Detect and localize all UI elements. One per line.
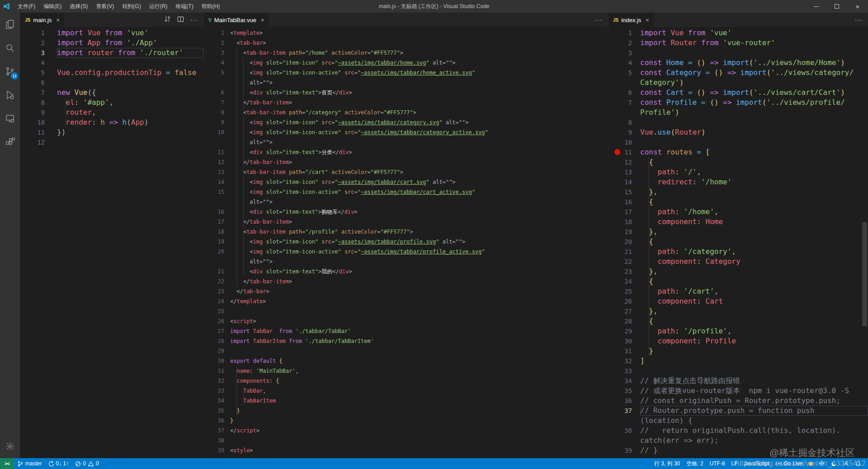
- tab-close-icon[interactable]: ×: [261, 17, 264, 23]
- code-row: 5 <img slot="item-icon-active" src="~ass…: [204, 68, 608, 78]
- code-row: 32]: [609, 356, 868, 366]
- code-row: 21 path: '/category',: [609, 247, 868, 257]
- menu-view[interactable]: 查看(V): [92, 0, 118, 13]
- person-icon[interactable]: [840, 458, 852, 469]
- code-row: 2 <tab-bar>: [204, 38, 608, 48]
- moon-icon[interactable]: [828, 458, 840, 469]
- code-row: alt="">: [204, 78, 608, 88]
- tab-label: index.js: [621, 17, 641, 23]
- code-row: 9 router,: [20, 108, 203, 117]
- menu-help[interactable]: 帮助(H): [198, 0, 224, 13]
- code-row: 1<template>: [204, 28, 608, 38]
- indentation[interactable]: 空格: 2: [683, 458, 706, 469]
- cursor-position[interactable]: 行 3, 列 30: [651, 458, 683, 469]
- settings-gear-icon[interactable]: [0, 435, 20, 458]
- remote-explorer-icon[interactable]: [0, 107, 20, 130]
- tab-index-js[interactable]: JS index.js ×: [609, 13, 654, 27]
- prettier-dot-icon[interactable]: [806, 458, 816, 469]
- code-row: 4const Home = () => import('../views/hom…: [609, 58, 868, 68]
- code-row: 22 </tab-bar-item>: [204, 277, 608, 286]
- code-row: 27import TabBar from './tabbar/TabBar': [204, 326, 608, 336]
- split-editor-icon[interactable]: [177, 16, 184, 24]
- eol[interactable]: LF: [728, 458, 741, 469]
- minimize-button[interactable]: [806, 0, 826, 13]
- git-branch-item[interactable]: master: [14, 458, 45, 469]
- more-actions-icon[interactable]: ···: [595, 16, 603, 23]
- code-editor-maintabbar-vue[interactable]: 1<template>2 <tab-bar>3 <tab-bar-item pa…: [204, 27, 608, 458]
- window-controls: ×: [806, 0, 868, 13]
- explorer-icon[interactable]: [0, 13, 20, 36]
- vscode-window: 文件(F) 编辑(E) 选择(S) 查看(V) 转到(G) 运行(R) 终端(T…: [0, 0, 868, 469]
- menu-edit[interactable]: 编辑(E): [39, 0, 66, 13]
- tab-main-js[interactable]: JS main.js ×: [20, 13, 65, 27]
- warning-icon: [88, 461, 94, 467]
- remote-indicator[interactable]: ><: [0, 458, 14, 469]
- code-row: 8 el: '#app',: [20, 98, 203, 108]
- breakpoint-icon[interactable]: [614, 149, 620, 155]
- scm-badge: 11: [11, 72, 18, 80]
- source-control-icon[interactable]: 11: [0, 60, 20, 83]
- code-row: Category'): [609, 78, 868, 88]
- sync-icon: [48, 461, 54, 467]
- bell-icon[interactable]: [852, 458, 864, 469]
- code-row: 12: [20, 137, 203, 147]
- code-row: 12 </tab-bar-item>: [204, 157, 608, 167]
- code-row: 17 </tab-bar-item>: [204, 217, 608, 227]
- menu-run[interactable]: 运行(R): [145, 0, 172, 13]
- code-row: 9Vue.use(Router): [609, 127, 868, 137]
- more-actions-icon[interactable]: ···: [190, 16, 198, 23]
- indent-guide: [236, 366, 237, 416]
- menu-file[interactable]: 文件(F): [14, 0, 39, 13]
- code-editor-main-js[interactable]: 1import Vue from 'vue'2import App from '…: [20, 27, 203, 458]
- problems-item[interactable]: 0 0: [72, 458, 102, 469]
- menu-selection[interactable]: 选择(S): [66, 0, 92, 13]
- indent-guide: [243, 386, 244, 406]
- language-mode[interactable]: JavaScript: [741, 458, 773, 469]
- extensions-icon[interactable]: [0, 130, 20, 154]
- code-row: 23 },: [609, 267, 868, 277]
- code-row: 7const Profile = () => import('../views/…: [609, 98, 868, 108]
- code-row: 20 {: [609, 237, 868, 247]
- js-file-icon: JS: [25, 18, 30, 23]
- code-row: 33 TabBar,: [204, 386, 608, 396]
- tab-close-icon[interactable]: ×: [646, 17, 649, 23]
- sync-item[interactable]: 0↓ 1↑: [45, 458, 72, 469]
- open-changes-icon[interactable]: [164, 15, 171, 24]
- code-row: Profile'): [609, 108, 868, 117]
- tab-strip-left: JS main.js × ···: [20, 13, 203, 27]
- code-row: 8 <tab-bar-item path="/category" activeC…: [204, 108, 608, 117]
- code-row: 1import Vue from 'vue': [609, 28, 868, 38]
- code-row: 9 <img slot="item-icon" src="~assets/img…: [204, 117, 608, 127]
- code-row: 29: [204, 346, 608, 356]
- code-row: 1import Vue from 'vue': [20, 28, 203, 38]
- go-live-item[interactable]: Go Live: [773, 458, 806, 469]
- ime-indicator[interactable]: 中: [816, 458, 828, 469]
- scrollbar-thumb[interactable]: [862, 222, 867, 326]
- search-icon[interactable]: [0, 36, 20, 60]
- code-row: 11}): [20, 127, 203, 137]
- indent-guide: [66, 98, 66, 127]
- tab-close-icon[interactable]: ×: [56, 17, 60, 23]
- tab-strip-right: JS index.js × ···: [609, 13, 868, 27]
- vue-file-icon: V: [208, 18, 212, 23]
- editor-actions-right: ···: [855, 13, 868, 27]
- code-row: 24</template>: [204, 296, 608, 306]
- menu-go[interactable]: 转到(G): [118, 0, 145, 13]
- code-row: 6 <div slot="item-text">首页</div>: [204, 88, 608, 98]
- tab-maintabbar-vue[interactable]: V MainTabBar.vue ×: [204, 13, 269, 27]
- js-file-icon: JS: [613, 18, 618, 23]
- code-row: 24 {: [609, 277, 868, 286]
- code-row: 10: [609, 137, 868, 147]
- code-row: 19 },: [609, 227, 868, 237]
- menu-terminal[interactable]: 终端(T): [171, 0, 197, 13]
- code-row: 30 component: Profile: [609, 336, 868, 346]
- code-row: 5Vue.config.productionTip = false: [20, 68, 203, 78]
- run-debug-icon[interactable]: [0, 83, 20, 107]
- code-editor-index-js[interactable]: 1import Vue from 'vue'2import Router fro…: [609, 27, 868, 458]
- encoding[interactable]: UTF-8: [707, 458, 728, 469]
- code-row: 36}: [204, 416, 608, 426]
- code-row: alt="">: [204, 137, 608, 147]
- more-actions-icon[interactable]: ···: [855, 16, 863, 23]
- restore-button[interactable]: [826, 0, 847, 13]
- close-button[interactable]: ×: [847, 0, 868, 13]
